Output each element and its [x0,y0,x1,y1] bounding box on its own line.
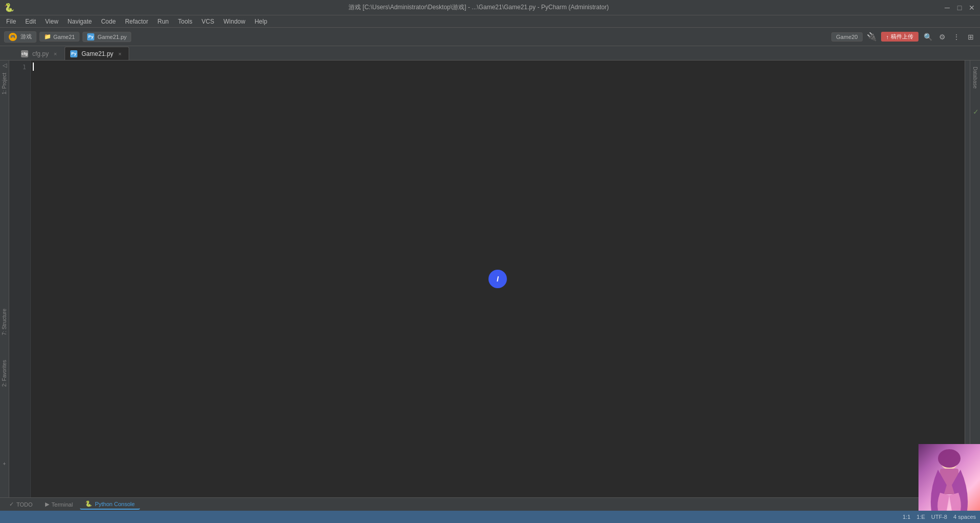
file-tabs: cfg cfg.py × Py Game21.py × [0,46,980,61]
project-selector[interactable]: 🎮 游戏 [4,31,36,43]
menu-edit[interactable]: Edit [21,17,40,26]
python-console-icon: 🐍 [85,500,92,507]
app-icon: 🐍 [4,3,14,12]
menu-bar: File Edit View Navigate Code Refactor Ru… [0,15,980,28]
recent-project-name: Game20 [836,34,858,40]
menu-navigate[interactable]: Navigate [64,17,96,26]
terminal-label: Terminal [52,501,73,508]
status-right: 1:1 1:E UTF-8 4 spaces [903,514,976,520]
tab-terminal[interactable]: ▶ Terminal [40,499,78,509]
folder-name: Game21 [53,34,75,40]
extra-icon[interactable]: ⊞ [966,32,976,42]
status-bar: 1:1 1:E UTF-8 4 spaces [0,511,980,523]
title-left: 🐍 [4,3,14,12]
add-panel-btn[interactable]: + [0,461,9,467]
vertical-scrollbar[interactable] [965,61,970,497]
project-name: 游戏 [21,33,32,41]
structure-panel-label[interactable]: 7: Structure [1,307,8,337]
tab-python-console[interactable]: 🐍 Python Console [80,499,140,510]
loading-indicator: I [488,270,507,288]
window-controls: ─ □ ✕ [943,4,976,12]
cursor-position[interactable]: 1:1 [903,514,910,520]
sidebar-collapse-btn[interactable]: ◁ [0,61,9,70]
menu-file[interactable]: File [2,17,20,26]
upload-label: 稿件上传 [891,33,913,41]
tab-game21-close[interactable]: × [116,50,124,57]
tab-cfg-py[interactable]: cfg cfg.py × [15,47,65,60]
database-panel-label[interactable]: Database [971,63,979,93]
toolbar-right: Game20 🔌 ↑ 稿件上传 🔍 ⚙ ⋮ ⊞ [831,32,976,42]
line-numbers: 1 [9,61,31,497]
folder-icon: 📁 [44,33,51,40]
tab-game21-label: Game21.py [81,50,113,57]
more-icon[interactable]: ⋮ [951,32,962,42]
tab-game21-py[interactable]: Py Game21.py × [65,47,129,60]
close-button[interactable]: ✕ [968,4,976,12]
character-image [918,444,980,511]
toolbar-left: 🎮 游戏 📁 Game21 Py Game21.py [4,31,131,43]
bottom-tabs: ✓ TODO ▶ Terminal 🐍 Python Console [0,497,980,511]
recent-project-btn[interactable]: Game20 [831,32,862,42]
tab-cfg-label: cfg.py [32,50,49,57]
editor-cursor [33,63,34,71]
loading-label: I [497,275,499,283]
line-ending[interactable]: 4 spaces [953,514,976,520]
terminal-icon: ▶ [45,501,49,508]
py-icon: Py [70,50,77,57]
file-icon: Py [87,33,94,41]
upload-icon: ↑ [886,34,889,40]
right-sidebar: Database ✓ [970,61,980,497]
menu-window[interactable]: Window [219,17,250,26]
project-panel-label[interactable]: 1: Project [1,71,8,96]
menu-vcs[interactable]: VCS [197,17,218,26]
maximize-button[interactable]: □ [955,4,964,12]
settings-icon[interactable]: ⚙ [937,32,947,42]
tab-todo[interactable]: ✓ TODO [4,499,38,509]
tab-cfg-close[interactable]: × [52,50,59,57]
game-character [918,444,980,511]
plugin-icon[interactable]: 🔌 [867,32,877,42]
menu-code[interactable]: Code [97,17,120,26]
file-selector[interactable]: Py Game21.py [83,32,131,42]
folder-selector[interactable]: 📁 Game21 [39,32,79,42]
title-bar: 🐍 游戏 [C:\Users\Administrator\Desktop\游戏]… [0,0,980,15]
toolbar: 🎮 游戏 📁 Game21 Py Game21.py Game20 🔌 ↑ 稿件… [0,28,980,46]
todo-icon: ✓ [9,501,14,508]
favorites-panel-label[interactable]: 2: Favorites [1,358,8,389]
cfg-icon: cfg [21,50,28,57]
menu-view[interactable]: View [41,17,63,26]
line-info[interactable]: 1:E [916,514,925,520]
code-editor[interactable]: I [31,61,965,497]
left-sidebar: ◁ 1: Project 7: Structure 2: Favorites + [0,61,9,497]
svg-point-2 [938,449,961,468]
upload-button[interactable]: ↑ 稿件上传 [881,32,919,42]
main-layout: ◁ 1: Project 7: Structure 2: Favorites +… [0,61,980,497]
python-console-label: Python Console [95,501,135,507]
window-title: 游戏 [C:\Users\Administrator\Desktop\游戏] -… [14,3,943,12]
todo-label: TODO [16,501,33,508]
encoding[interactable]: UTF-8 [931,514,947,520]
game-icon: 🎮 [9,33,17,41]
menu-refactor[interactable]: Refactor [121,17,152,26]
menu-tools[interactable]: Tools [174,17,196,26]
check-icon: ✓ [973,108,979,116]
minimize-button[interactable]: ─ [943,4,951,12]
editor-container: 1 I [9,61,970,497]
menu-help[interactable]: Help [251,17,272,26]
file-name: Game21.py [97,34,127,40]
search-icon[interactable]: 🔍 [923,32,933,42]
menu-run[interactable]: Run [153,17,173,26]
